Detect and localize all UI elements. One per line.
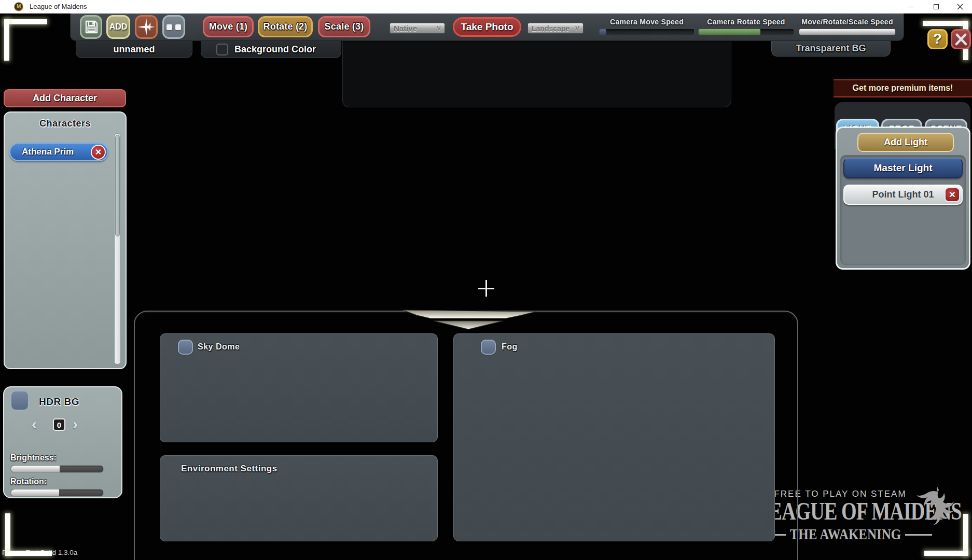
chevron-down-icon: V <box>575 25 579 32</box>
orientation-dropdown[interactable]: Landscape V <box>527 23 584 34</box>
premium-items-banner[interactable]: Get more premium items! <box>834 79 972 97</box>
sky-dome-title: Sky Dome <box>198 342 240 352</box>
transparent-bg-label: Transparent BG <box>796 43 866 54</box>
layout-button[interactable] <box>162 15 185 39</box>
effects-button[interactable] <box>135 15 158 39</box>
camera-rotate-speed-group: Camera Rotate Speed <box>698 18 794 35</box>
hdr-prev-button[interactable]: ‹ <box>32 416 37 432</box>
close-window-button[interactable] <box>948 0 972 13</box>
hdr-next-button[interactable]: › <box>73 416 78 432</box>
point-light-button[interactable]: Point Light 01 ✕ <box>843 185 963 205</box>
x-icon: ✕ <box>949 191 955 199</box>
take-photo-label: Take Photo <box>461 21 513 33</box>
window-title: League of Maidens <box>30 3 87 10</box>
help-button[interactable]: ? <box>927 29 948 49</box>
chevron-down-icon: V <box>437 25 441 32</box>
help-label: ? <box>933 31 942 47</box>
scale-mode-label: Scale (3) <box>325 21 364 32</box>
hdr-index-value: 0 <box>53 418 65 431</box>
point-light-label: Point Light 01 <box>872 189 934 200</box>
sparkle-icon <box>136 17 156 37</box>
hdr-bg-toggle[interactable] <box>10 390 29 411</box>
add-character-button[interactable]: Add Character <box>4 89 126 107</box>
rotate-mode-label: Rotate (2) <box>263 21 307 32</box>
gizmo-speed-slider[interactable] <box>799 29 896 35</box>
gizmo-sliders-panel <box>342 41 731 107</box>
light-panel: Add Light Master Light Point Light 01 ✕ <box>836 127 970 270</box>
move-mode-button[interactable]: Move (1) <box>203 16 254 37</box>
characters-panel: Characters Athena Prim ✕ <box>4 111 127 369</box>
exit-photomode-button[interactable] <box>951 29 971 49</box>
fog-toggle[interactable] <box>481 340 496 355</box>
background-color-checkbox[interactable] <box>216 44 228 55</box>
characters-panel-title: Characters <box>5 118 126 129</box>
move-mode-label: Move (1) <box>209 21 248 32</box>
master-light-button[interactable]: Master Light <box>843 158 963 178</box>
close-x-icon <box>954 33 968 46</box>
characters-scrollbar[interactable] <box>114 133 121 365</box>
window-titlebar: M League of Maidens <box>0 0 972 13</box>
x-icon: ✕ <box>95 148 102 157</box>
gizmo-speed-group: Move/Rotate/Scale Speed <box>799 18 896 35</box>
master-light-label: Master Light <box>874 162 933 174</box>
app-icon: M <box>14 2 23 11</box>
take-photo-button[interactable]: Take Photo <box>453 17 521 37</box>
environment-title: Environment Settings <box>181 464 277 474</box>
add-character-label: Add Character <box>33 93 97 104</box>
camera-rotate-speed-label: Camera Rotate Speed <box>698 18 794 26</box>
scene-viewport[interactable]: ADD Move (1) Rotate (2) Scale (3) Native… <box>0 13 972 560</box>
delete-character-button[interactable]: ✕ <box>91 145 106 160</box>
hdr-bg-panel: HDR BG ‹ › 0 Brightness: Rotation: <box>3 386 122 498</box>
environment-panel: Environment Settings <box>160 455 438 541</box>
characters-scrollbar-thumb[interactable] <box>115 135 120 236</box>
hdr-brightness-label: Brightness: <box>10 453 57 463</box>
save-icon <box>81 17 101 37</box>
background-color-control: Background Color <box>201 41 341 58</box>
dragon-icon <box>910 483 962 529</box>
two-tiles-icon <box>164 17 184 37</box>
hdr-bg-title: HDR BG <box>39 396 79 408</box>
camera-move-speed-slider[interactable] <box>599 29 695 35</box>
rotate-mode-button[interactable]: Rotate (2) <box>258 16 313 37</box>
background-color-label: Background Color <box>234 44 316 55</box>
logo-subtitle: THE AWAKENING <box>790 526 901 543</box>
sky-dome-toggle[interactable] <box>178 340 193 355</box>
character-name-field[interactable]: unnamed <box>76 41 192 58</box>
character-item-label: Athena Prim <box>22 147 74 157</box>
resolution-value: Native <box>394 24 417 33</box>
add-button[interactable]: ADD <box>106 15 130 39</box>
character-name-value: unnamed <box>113 44 155 55</box>
resolution-dropdown[interactable]: Native V <box>390 23 445 34</box>
light-list: Master Light Point Light 01 ✕ <box>840 155 966 265</box>
main-toolbar: ADD Move (1) Rotate (2) Scale (3) Native… <box>70 13 904 41</box>
add-button-label: ADD <box>109 22 128 32</box>
premium-items-label: Get more premium items! <box>853 83 953 93</box>
minimize-button[interactable] <box>899 0 923 13</box>
save-button[interactable] <box>80 15 102 39</box>
fog-title: Fog <box>502 342 518 352</box>
camera-move-speed-group: Camera Move Speed <box>599 18 695 35</box>
collapse-arrow-icon[interactable] <box>399 309 538 330</box>
orientation-value: Landscape <box>532 24 570 33</box>
delete-point-light-button[interactable]: ✕ <box>945 187 960 202</box>
sky-dome-panel: Sky Dome <box>160 333 438 442</box>
camera-move-speed-label: Camera Move Speed <box>599 18 695 26</box>
hdr-rotation-slider[interactable] <box>10 489 104 497</box>
add-light-button[interactable]: Add Light <box>857 133 954 152</box>
hdr-rotation-label: Rotation: <box>10 477 47 486</box>
character-list-item[interactable]: Athena Prim ✕ <box>9 143 108 161</box>
scale-mode-button[interactable]: Scale (3) <box>318 16 370 37</box>
hdr-brightness-slider[interactable] <box>10 465 104 473</box>
maximize-button[interactable] <box>924 0 948 13</box>
logo-dash-right <box>905 534 932 536</box>
transparent-bg-button[interactable]: Transparent BG <box>771 41 891 57</box>
environment-settings-panel: Sky Dome Environment Settings Fog <box>134 311 798 560</box>
camera-rotate-speed-slider[interactable] <box>698 29 794 35</box>
gizmo-speed-label: Move/Rotate/Scale Speed <box>799 18 896 26</box>
add-light-label: Add Light <box>884 137 927 148</box>
fog-panel: Fog <box>453 333 775 541</box>
